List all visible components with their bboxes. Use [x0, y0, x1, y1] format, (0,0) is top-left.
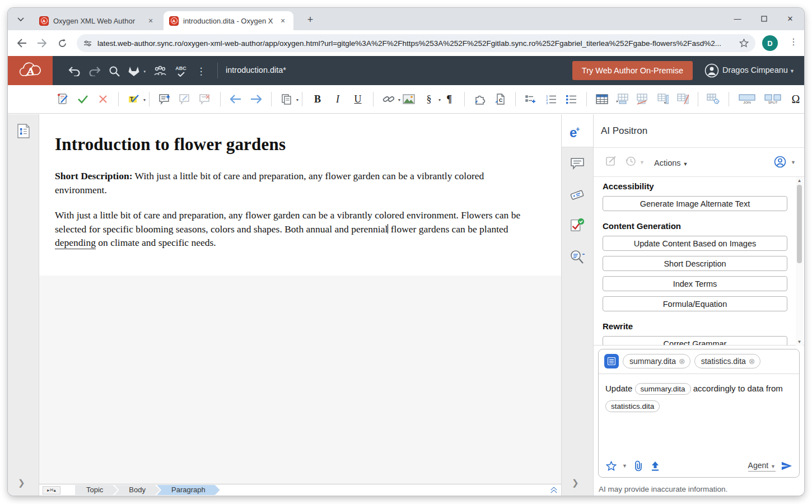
account-caret-icon[interactable]: ▼ [791, 160, 796, 165]
attach-file-icon[interactable] [633, 460, 644, 472]
bookmark-star-icon[interactable] [739, 39, 749, 48]
breadcrumb-item-body[interactable]: Body [114, 485, 160, 495]
ai-chat-input-card[interactable]: summary.dita⊗ statistics.dita⊗ Update su… [598, 349, 800, 478]
favorites-caret-icon[interactable]: ▼ [622, 463, 627, 469]
review-comments-icon[interactable] [570, 156, 585, 171]
new-chat-icon[interactable] [606, 156, 618, 168]
unordered-list-icon[interactable] [564, 92, 578, 106]
site-info-icon[interactable] [83, 40, 92, 47]
navigate-forward-icon[interactable] [249, 92, 263, 106]
ai-account-icon[interactable] [774, 156, 786, 168]
new-tab-button[interactable]: + [304, 13, 317, 26]
scroll-down-icon[interactable]: ▼ [796, 338, 803, 346]
upload-icon[interactable] [650, 460, 661, 472]
search-icon[interactable] [107, 64, 122, 78]
doc-shortdesc[interactable]: Short Description: With just a little bi… [55, 169, 484, 197]
edit-comment-icon[interactable] [178, 92, 192, 106]
join-cells-icon[interactable]: JOIN [738, 92, 757, 106]
delete-comment-icon[interactable] [198, 92, 212, 106]
forward-icon[interactable] [36, 37, 48, 49]
special-characters-icon[interactable]: Ω [789, 92, 802, 106]
history-caret-icon[interactable]: ▼ [640, 160, 645, 165]
ordered-list-icon[interactable]: 123 [544, 92, 558, 106]
link-icon[interactable] [382, 92, 395, 106]
browser-menu-icon[interactable]: ⋮ [787, 36, 800, 50]
editor-canvas[interactable]: Introduction to flower gardens Short Des… [39, 114, 562, 496]
reuse-content-icon[interactable] [473, 92, 487, 106]
file-reference-pill[interactable]: statistics.dita [605, 400, 660, 412]
breadcrumb-toggle-icon[interactable]: ▸⨝▴ [43, 486, 60, 494]
accept-change-icon[interactable] [76, 92, 90, 106]
gitlab-icon[interactable]: ▾ [127, 64, 141, 78]
try-on-premise-button[interactable]: Try Web Author On-Premise [572, 61, 693, 80]
navigate-back-icon[interactable] [229, 92, 242, 106]
agent-selector[interactable]: Agent ▼ [748, 461, 776, 472]
remove-chip-icon[interactable]: ⊗ [749, 357, 755, 366]
redo-icon[interactable] [87, 64, 102, 78]
formula-equation-button[interactable]: Formula/Equation [603, 296, 787, 311]
short-description-button[interactable]: Short Description [603, 256, 787, 271]
validation-icon[interactable] [570, 217, 585, 233]
breadcrumb-item-topic[interactable]: Topic [75, 485, 118, 495]
context-chip-summary[interactable]: summary.dita⊗ [623, 354, 690, 368]
doc-paragraph[interactable]: With just a little bit of care and prepa… [55, 208, 520, 250]
index-terms-button[interactable]: Index Terms [603, 276, 787, 291]
correct-grammar-button[interactable]: Correct Grammar [603, 336, 787, 346]
tab-introduction-dita[interactable]: A introduction.dita - Oxygen XML × [164, 11, 293, 30]
tab-close-icon[interactable]: × [146, 16, 156, 26]
doc-heading[interactable]: Introduction to flower gardens [55, 134, 286, 155]
section-icon[interactable]: § [422, 92, 436, 106]
concurrent-users-icon[interactable] [153, 64, 167, 78]
oxygen-logo[interactable]: A [8, 56, 53, 85]
remove-chip-icon[interactable]: ⊗ [679, 357, 685, 366]
pilcrow-icon[interactable]: ¶ [442, 92, 456, 106]
insert-column-icon[interactable] [656, 92, 669, 106]
expand-right-panel-icon[interactable]: ❯ [572, 478, 579, 488]
chat-message-input[interactable]: Update summary.dita accordingly to data … [599, 374, 799, 421]
paste-icon[interactable] [280, 92, 293, 106]
history-icon[interactable] [625, 156, 637, 168]
insert-row-icon[interactable] [615, 92, 629, 106]
table-properties-icon[interactable] [707, 92, 720, 106]
scroll-up-icon[interactable]: ▲ [796, 177, 803, 184]
update-content-based-on-images-button[interactable]: Update Content Based on Images [603, 236, 787, 251]
insert-table-icon[interactable] [595, 92, 609, 106]
tab-close-icon[interactable]: × [278, 16, 288, 26]
actions-dropdown[interactable]: Actions ▼ [654, 158, 688, 167]
insert-conref-icon[interactable]: C [493, 92, 507, 106]
expand-left-panel-icon[interactable]: ❯ [18, 478, 25, 488]
tab-oxygen-web-author[interactable]: A Oxygen XML Web Author × [34, 11, 161, 30]
attributes-tag-icon[interactable] [570, 187, 585, 203]
underline-icon[interactable]: U [351, 92, 365, 106]
reject-change-icon[interactable] [96, 92, 110, 106]
send-icon[interactable] [781, 460, 792, 472]
insert-list-item-icon[interactable] [524, 92, 538, 106]
collapse-breadcrumb-icon[interactable] [550, 486, 558, 494]
file-reference-pill[interactable]: summary.dita [635, 383, 691, 395]
close-window-button[interactable]: ✕ [778, 8, 802, 29]
ai-positron-tab-active[interactable]: e+ [562, 114, 593, 147]
add-comment-icon[interactable] [158, 92, 171, 106]
generate-image-alt-text-button[interactable]: Generate Image Alternate Text [603, 196, 787, 211]
ai-scrollbar[interactable]: ▲ ▼ [796, 177, 803, 346]
more-tools-icon[interactable]: ⋮ [194, 64, 208, 78]
url-bar[interactable]: latest.web-author.sync.ro/oxygen-xml-web… [77, 34, 755, 52]
user-name[interactable]: Dragos Cimpeanu [722, 66, 788, 74]
breadcrumb-item-paragraph[interactable]: Paragraph [157, 485, 220, 495]
favorite-prompts-icon[interactable] [605, 460, 617, 472]
scroll-thumb[interactable] [797, 185, 802, 263]
insert-image-icon[interactable] [402, 92, 416, 106]
user-menu-caret-icon[interactable]: ▼ [790, 68, 795, 74]
delete-column-icon[interactable] [676, 92, 689, 106]
context-documents-icon[interactable] [604, 354, 619, 368]
tab-search-button[interactable] [13, 12, 28, 27]
refresh-icon[interactable] [56, 37, 68, 49]
minimize-button[interactable]: — [726, 8, 749, 29]
back-icon[interactable] [16, 37, 28, 49]
profile-avatar[interactable]: D [762, 35, 778, 51]
undo-icon[interactable] [67, 64, 82, 78]
context-chip-statistics[interactable]: statistics.dita⊗ [694, 354, 760, 368]
bold-icon[interactable]: B [311, 92, 324, 106]
split-cell-icon[interactable]: SPLIT [763, 92, 782, 106]
delete-row-icon[interactable] [636, 92, 649, 106]
